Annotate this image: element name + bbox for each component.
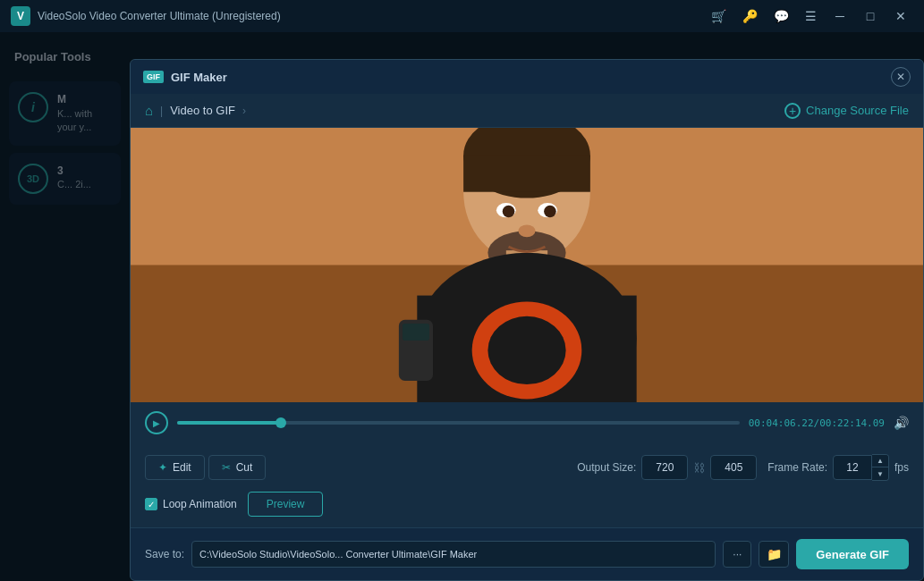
loop-animation-checkbox[interactable]: ✓ bbox=[145, 498, 157, 510]
save-to-label: Save to: bbox=[145, 548, 184, 560]
fps-up-button[interactable]: ▲ bbox=[872, 455, 888, 467]
video-frame bbox=[131, 128, 923, 402]
title-bar-controls: 🛒 🔑 💬 ☰ ─ □ ✕ bbox=[706, 4, 913, 29]
output-size-label: Output Size: bbox=[577, 461, 636, 474]
progress-thumb[interactable] bbox=[276, 417, 286, 428]
edit-cut-group: ✦ Edit ✂ Cut bbox=[145, 455, 266, 480]
generate-gif-button[interactable]: Generate GIF bbox=[796, 539, 909, 569]
fps-down-button[interactable]: ▼ bbox=[872, 467, 888, 480]
time-display: 00:04:06.22/00:22:14.09 bbox=[749, 417, 885, 429]
modal-close-button[interactable]: ✕ bbox=[891, 67, 911, 87]
loop-animation-checkbox-label[interactable]: ✓ Loop Animation bbox=[145, 498, 237, 510]
plus-circle-icon: + bbox=[784, 103, 801, 119]
breadcrumb-item: Video to GIF bbox=[170, 104, 235, 117]
breadcrumb-left: ⌂ | Video to GIF › bbox=[145, 103, 246, 118]
breadcrumb-separator: | bbox=[160, 105, 163, 117]
cut-label: Cut bbox=[236, 461, 253, 474]
fps-arrows: ▲ ▼ bbox=[872, 454, 889, 481]
folder-icon: 📁 bbox=[767, 547, 782, 561]
frame-rate-group: Frame Rate: ▲ ▼ fps bbox=[767, 454, 909, 481]
save-path-input[interactable] bbox=[191, 541, 716, 568]
cut-icon: ✂ bbox=[222, 461, 231, 474]
save-row: Save to: ··· 📁 Generate GIF bbox=[131, 527, 923, 580]
edit-icon: ✦ bbox=[158, 461, 167, 474]
video-area bbox=[131, 128, 923, 402]
more-options-button[interactable]: ··· bbox=[723, 541, 751, 568]
app-logo: V bbox=[11, 6, 30, 26]
video-controls: ▶ 00:04:06.22/00:22:14.09 🔊 bbox=[131, 402, 923, 443]
output-size-group: Output Size: ⛓ bbox=[577, 455, 757, 480]
fps-input-wrap: ▲ ▼ bbox=[833, 454, 889, 481]
fps-unit-label: fps bbox=[894, 461, 909, 474]
link-icon: ⛓ bbox=[693, 461, 705, 475]
close-button[interactable]: ✕ bbox=[888, 4, 913, 29]
title-bar-left: V VideoSolo Video Converter Ultimate (Un… bbox=[11, 6, 281, 26]
minimize-button[interactable]: ─ bbox=[827, 4, 852, 29]
width-input[interactable] bbox=[641, 455, 688, 480]
preview-button[interactable]: Preview bbox=[248, 492, 324, 517]
modal-breadcrumb: ⌂ | Video to GIF › + Change Source File bbox=[131, 94, 923, 128]
gif-badge: GIF bbox=[143, 71, 164, 83]
title-bar: V VideoSolo Video Converter Ultimate (Un… bbox=[0, 0, 924, 32]
main-area: Popular Tools i M K... with your y... 3D… bbox=[0, 32, 924, 581]
modal-titlebar-left: GIF GIF Maker bbox=[143, 71, 227, 84]
menu-icon[interactable]: ☰ bbox=[800, 5, 822, 27]
loop-animation-label: Loop Animation bbox=[163, 498, 237, 510]
gif-maker-modal: GIF GIF Maker ✕ ⌂ | Video to GIF › + Cha… bbox=[130, 59, 924, 581]
maximize-button[interactable]: □ bbox=[858, 4, 883, 29]
folder-button[interactable]: 📁 bbox=[759, 541, 789, 568]
progress-fill bbox=[177, 421, 281, 425]
app-title: VideoSolo Video Converter Ultimate (Unre… bbox=[38, 10, 281, 22]
controls-row: ✦ Edit ✂ Cut Output Size: ⛓ Frame Rate: bbox=[131, 443, 923, 492]
message-icon[interactable]: 💬 bbox=[768, 5, 794, 27]
volume-icon[interactable]: 🔊 bbox=[894, 416, 909, 430]
edit-button[interactable]: ✦ Edit bbox=[145, 455, 205, 480]
video-preview bbox=[131, 128, 923, 402]
cart-icon[interactable]: 🛒 bbox=[706, 5, 732, 27]
edit-label: Edit bbox=[173, 461, 191, 474]
key-icon[interactable]: 🔑 bbox=[737, 5, 763, 27]
loop-row: ✓ Loop Animation Preview bbox=[131, 492, 923, 527]
breadcrumb-arrow-icon: › bbox=[242, 105, 246, 117]
frame-rate-label: Frame Rate: bbox=[767, 461, 827, 474]
change-source-label: Change Source File bbox=[806, 104, 909, 117]
cut-button[interactable]: ✂ Cut bbox=[208, 455, 267, 480]
breadcrumb-home-icon[interactable]: ⌂ bbox=[145, 103, 153, 118]
progress-bar-container: ▶ 00:04:06.22/00:22:14.09 🔊 bbox=[145, 411, 909, 434]
play-button[interactable]: ▶ bbox=[145, 411, 168, 434]
progress-track[interactable] bbox=[177, 421, 740, 425]
change-source-button[interactable]: + Change Source File bbox=[784, 103, 909, 119]
modal-titlebar: GIF GIF Maker ✕ bbox=[131, 60, 923, 94]
svg-rect-18 bbox=[131, 128, 923, 402]
fps-input[interactable] bbox=[833, 455, 872, 480]
height-input[interactable] bbox=[710, 455, 757, 480]
modal-title: GIF Maker bbox=[171, 71, 227, 84]
